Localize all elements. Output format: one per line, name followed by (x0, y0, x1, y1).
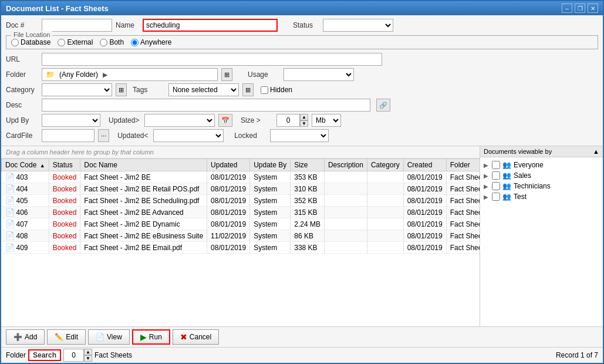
size-spinner[interactable]: ▲ ▼ (276, 114, 308, 127)
radio-external[interactable]: External (58, 38, 93, 46)
folder-browse-btn[interactable]: ⊞ (221, 68, 232, 81)
col-category[interactable]: Category (367, 159, 403, 171)
pdf-icon: 📄 (5, 184, 15, 193)
cell-doc-name: Fact Sheet - Jim2 BE Email.pdf (80, 242, 207, 254)
col-folder[interactable]: Folder (446, 159, 480, 171)
cell-folder: Fact Sheets\ (446, 242, 480, 254)
hidden-checkbox-group[interactable]: Hidden (261, 86, 292, 94)
tree-item-everyone[interactable]: ▶ 👥 Everyone (482, 160, 600, 170)
tree-item-technicians[interactable]: ▶ 👥 Technicians (482, 181, 600, 191)
cardfile-input[interactable] (42, 129, 95, 142)
tree-check-sales[interactable] (492, 171, 500, 180)
radio-both[interactable]: Both (100, 38, 124, 46)
collapse-right-icon[interactable]: ▲ (593, 148, 599, 155)
tree-expand-sales[interactable]: ▶ (484, 173, 492, 179)
cell-update-by: System (250, 171, 291, 183)
table-row[interactable]: 📄404 Booked Fact Sheet - Jim2 BE Retail … (2, 183, 480, 195)
locked-select[interactable] (270, 129, 329, 142)
statusbar-search-button[interactable]: Search (28, 349, 61, 361)
url-label: URL (6, 55, 38, 63)
cell-folder: Fact Sheets\ (446, 171, 480, 183)
locked-label: Locked (234, 132, 266, 140)
col-doc-code[interactable]: Doc Code ▲ (2, 159, 49, 171)
col-created[interactable]: Created (403, 159, 446, 171)
size-spin-buttons[interactable]: ▲ ▼ (300, 114, 308, 127)
status-select[interactable]: Booked Draft Archived (323, 19, 393, 32)
tree-check-test[interactable] (492, 193, 500, 201)
doc-input[interactable] (42, 19, 112, 32)
tree-expand-technicians[interactable]: ▶ (484, 183, 492, 190)
col-description[interactable]: Description (324, 159, 367, 171)
add-button[interactable]: ➕ Add (6, 329, 45, 345)
cancel-button[interactable]: ✖ Cancel (173, 329, 219, 345)
table-row[interactable]: 📄405 Booked Fact Sheet - Jim2 BE Schedul… (2, 195, 480, 207)
cell-status: Booked (49, 183, 80, 195)
table-row[interactable]: 📄409 Booked Fact Sheet - Jim2 BE Email.p… (2, 242, 480, 254)
restore-button[interactable]: ❐ (575, 4, 585, 13)
hidden-checkbox[interactable] (261, 86, 268, 94)
tags-browse-btn[interactable]: ⊞ (242, 83, 254, 96)
upd-by-label: Upd By (6, 116, 38, 124)
size-unit-select[interactable]: Mb Kb Gb (312, 114, 341, 127)
statusbar-count-spinner[interactable]: ▲ ▼ (63, 349, 92, 362)
calendar-gt-btn[interactable]: 📅 (218, 114, 232, 127)
col-doc-name[interactable]: Doc Name (80, 159, 207, 171)
statusbar-up-btn[interactable]: ▲ (84, 349, 92, 355)
table-container[interactable]: Doc Code ▲ Status Doc Name Updated Updat… (1, 159, 480, 326)
desc-input[interactable] (42, 99, 370, 112)
tree-check-everyone[interactable] (492, 161, 500, 169)
table-row[interactable]: 📄406 Booked Fact Sheet - Jim2 BE Advance… (2, 207, 480, 218)
table-row[interactable]: 📄408 Booked Fact Sheet - Jim2 BE eBusine… (2, 230, 480, 242)
cell-size: 352 KB (291, 195, 325, 207)
folder-selector[interactable]: 📁 (Any Folder) ▶ (42, 68, 218, 81)
name-label: Name (116, 21, 139, 29)
cardfile-browse-btn[interactable]: ··· (98, 129, 109, 142)
desc-link-btn[interactable]: 🔗 (376, 99, 390, 112)
cell-category (367, 242, 403, 254)
name-input[interactable] (143, 19, 278, 32)
col-size[interactable]: Size (291, 159, 325, 171)
tree-check-technicians[interactable] (492, 182, 500, 190)
col-updated[interactable]: Updated (207, 159, 250, 171)
run-button[interactable]: ▶ Run (132, 329, 170, 345)
url-input[interactable] (42, 53, 382, 66)
tree-expand-everyone[interactable]: ▶ (484, 162, 492, 168)
statusbar-folder-value: Fact Sheets (95, 351, 132, 359)
cell-created: 08/01/2019 (403, 242, 446, 254)
cell-category (367, 207, 403, 218)
tags-select[interactable]: None selected (168, 83, 239, 96)
view-button[interactable]: 📄 View (88, 329, 130, 345)
col-status[interactable]: Status (49, 159, 80, 171)
col-update-by[interactable]: Update By (250, 159, 291, 171)
category-browse-btn[interactable]: ⊞ (116, 83, 127, 96)
statusbar-spin-buttons[interactable]: ▲ ▼ (84, 349, 92, 362)
edit-button[interactable]: ✏️ Edit (47, 329, 86, 345)
cell-description (324, 242, 367, 254)
updated-gt-select[interactable] (144, 114, 215, 127)
tree-expand-test[interactable]: ▶ (484, 194, 492, 200)
tree-item-test[interactable]: ▶ 👥 Test (482, 191, 600, 202)
category-select[interactable] (42, 83, 112, 96)
file-location-group: File Location Database External Both Any… (6, 35, 598, 49)
sort-icon-doc-code: ▲ (40, 163, 45, 168)
table-row[interactable]: 📄407 Booked Fact Sheet - Jim2 BE Dynamic… (2, 218, 480, 230)
size-up-btn[interactable]: ▲ (300, 114, 308, 120)
minimize-button[interactable]: – (562, 4, 572, 13)
tree-item-sales[interactable]: ▶ 👥 Sales (482, 170, 600, 181)
cell-status: Booked (49, 242, 80, 254)
statusbar-count-input[interactable] (63, 349, 84, 362)
cell-created: 08/01/2019 (403, 207, 446, 218)
upd-by-select[interactable] (42, 114, 100, 127)
folder-value: (Any Folder) (59, 70, 98, 79)
statusbar-down-btn[interactable]: ▼ (84, 355, 92, 362)
usage-select[interactable] (284, 68, 354, 81)
radio-database[interactable]: Database (11, 38, 50, 46)
close-button[interactable]: ✕ (588, 4, 598, 13)
table-row[interactable]: 📄403 Booked Fact Sheet - Jim2 BE 08/01/2… (2, 171, 480, 183)
statusbar-folder-label: Folder (6, 351, 26, 359)
size-down-btn[interactable]: ▼ (300, 120, 308, 127)
radio-anywhere[interactable]: Anywhere (131, 38, 171, 46)
updated-lt-select[interactable] (153, 129, 224, 142)
cell-updated: 08/01/2019 (207, 171, 250, 183)
size-input[interactable] (276, 114, 300, 127)
